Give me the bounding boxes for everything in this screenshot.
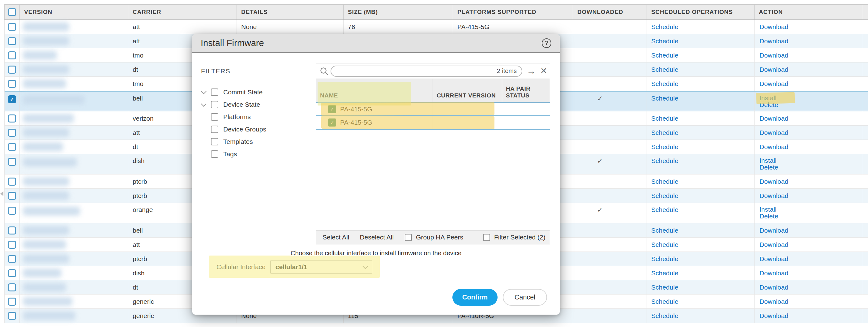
install-link[interactable]: Install — [760, 94, 776, 101]
download-link[interactable]: Download — [760, 256, 788, 262]
filter-checkbox[interactable] — [211, 150, 218, 158]
download-link[interactable]: Download — [760, 270, 788, 276]
apply-filter-arrow-icon[interactable]: → — [527, 66, 536, 76]
row-checkbox[interactable] — [8, 255, 16, 263]
schedule-link[interactable]: Schedule — [651, 115, 678, 122]
download-link[interactable]: Download — [760, 178, 788, 185]
col-header-scheduled[interactable]: SCHEDULED OPERATIONS — [647, 5, 754, 20]
download-link[interactable]: Download — [760, 284, 788, 291]
col-header-platforms[interactable]: PLATFORMS SUPPORTED — [453, 5, 573, 20]
install-link[interactable]: Install — [760, 206, 778, 213]
schedule-link[interactable]: Schedule — [651, 241, 678, 248]
download-link[interactable]: Download — [760, 66, 788, 73]
row-checkbox[interactable] — [8, 23, 16, 31]
row-checkbox[interactable] — [8, 143, 16, 151]
row-checkbox[interactable] — [8, 80, 16, 88]
schedule-link[interactable]: Schedule — [651, 255, 678, 263]
scheduled-cell: Schedule — [647, 92, 754, 111]
downloaded-cell — [573, 140, 647, 154]
row-checkbox[interactable]: ✓ — [8, 95, 16, 103]
schedule-link[interactable]: Schedule — [651, 80, 678, 88]
row-checkbox[interactable] — [8, 284, 16, 291]
schedule-link[interactable]: Schedule — [651, 157, 678, 165]
download-link[interactable]: Download — [760, 192, 788, 199]
schedule-link[interactable]: Schedule — [651, 284, 678, 291]
row-checkbox[interactable] — [8, 241, 16, 249]
chevron-down-icon[interactable] — [201, 101, 206, 107]
row-checkbox[interactable] — [8, 312, 16, 320]
row-checkbox[interactable] — [8, 129, 16, 137]
col-header-size[interactable]: SIZE (MB) — [344, 5, 453, 20]
row-checkbox[interactable] — [8, 298, 16, 306]
row-checkbox[interactable] — [8, 192, 16, 200]
download-link[interactable]: Download — [760, 24, 788, 30]
version-cell — [20, 48, 128, 62]
filter-selected-checkbox[interactable] — [483, 234, 490, 241]
schedule-link[interactable]: Schedule — [651, 52, 678, 59]
device-search-input[interactable] — [331, 67, 497, 75]
row-checkbox[interactable] — [8, 207, 16, 215]
device-col-current-version[interactable]: CURRENT VERSION — [433, 79, 502, 102]
download-link[interactable]: Download — [760, 144, 788, 150]
device-col-name[interactable]: NAME — [316, 79, 433, 102]
chevron-down-icon[interactable] — [201, 88, 206, 94]
download-link[interactable]: Download — [760, 81, 788, 87]
row-checkbox[interactable] — [8, 37, 16, 45]
download-link[interactable]: Download — [760, 298, 788, 305]
select-all-link[interactable]: Select All — [322, 234, 349, 241]
schedule-link[interactable]: Schedule — [651, 192, 678, 200]
help-icon[interactable]: ? — [542, 38, 551, 48]
download-link[interactable]: Download — [760, 241, 788, 248]
schedule-link[interactable]: Schedule — [651, 143, 678, 151]
filter-checkbox[interactable] — [211, 101, 218, 108]
download-link[interactable]: Download — [760, 52, 788, 59]
schedule-link[interactable]: Schedule — [651, 312, 678, 320]
row-checkbox[interactable] — [8, 51, 16, 59]
deselect-all-link[interactable]: Deselect All — [360, 234, 394, 241]
filter-checkbox[interactable] — [211, 126, 218, 133]
col-header-downloaded[interactable]: DOWNLOADED — [573, 5, 647, 20]
install-link[interactable]: Install — [760, 157, 778, 164]
device-col-ha-pair-status[interactable]: HA PAIR STATUS — [502, 79, 551, 102]
col-header-action[interactable]: ACTION — [754, 5, 863, 20]
col-header-version[interactable]: VERSION — [20, 5, 128, 20]
download-link[interactable]: Download — [760, 129, 788, 136]
schedule-link[interactable]: Schedule — [651, 66, 678, 73]
confirm-button[interactable]: Confirm — [453, 289, 498, 306]
schedule-link[interactable]: Schedule — [651, 129, 678, 137]
delete-link[interactable]: Delete — [760, 213, 778, 220]
row-checkbox[interactable] — [8, 178, 16, 186]
col-header-details[interactable]: DETAILS — [237, 5, 344, 20]
schedule-link[interactable]: Schedule — [651, 178, 678, 185]
schedule-link[interactable]: Schedule — [651, 298, 678, 305]
schedule-link[interactable]: Schedule — [651, 227, 678, 234]
schedule-link[interactable]: Schedule — [651, 206, 678, 213]
device-checked-checkbox[interactable]: ✓ — [328, 118, 336, 126]
schedule-link[interactable]: Schedule — [651, 37, 678, 45]
row-checkbox[interactable] — [8, 66, 16, 73]
download-link[interactable]: Download — [760, 38, 788, 44]
group-ha-peers-checkbox[interactable] — [405, 234, 412, 241]
filter-checkbox[interactable] — [211, 138, 218, 145]
filter-checkbox[interactable] — [211, 88, 218, 96]
col-header-carrier[interactable]: CARRIER — [128, 5, 237, 20]
device-checked-checkbox[interactable]: ✓ — [328, 105, 336, 113]
filter-checkbox[interactable] — [211, 113, 218, 121]
select-all-checkbox[interactable] — [8, 8, 16, 16]
schedule-link[interactable]: Schedule — [651, 23, 678, 31]
download-link[interactable]: Download — [760, 227, 788, 234]
clear-filter-icon[interactable]: ✕ — [540, 67, 547, 75]
row-checkbox[interactable] — [8, 158, 16, 166]
schedule-link[interactable]: Schedule — [651, 269, 678, 277]
cellular-interface-dropdown[interactable]: cellular1/1 — [270, 260, 372, 274]
action-cell: Download — [754, 224, 863, 237]
row-select-cell — [5, 20, 20, 34]
download-link[interactable]: Download — [760, 313, 788, 319]
schedule-link[interactable]: Schedule — [651, 95, 678, 102]
row-checkbox[interactable] — [8, 269, 16, 277]
row-checkbox[interactable] — [8, 115, 16, 122]
download-link[interactable]: Download — [760, 115, 788, 122]
cancel-button[interactable]: Cancel — [503, 289, 547, 306]
delete-link[interactable]: Delete — [760, 164, 778, 171]
row-checkbox[interactable] — [8, 227, 16, 235]
